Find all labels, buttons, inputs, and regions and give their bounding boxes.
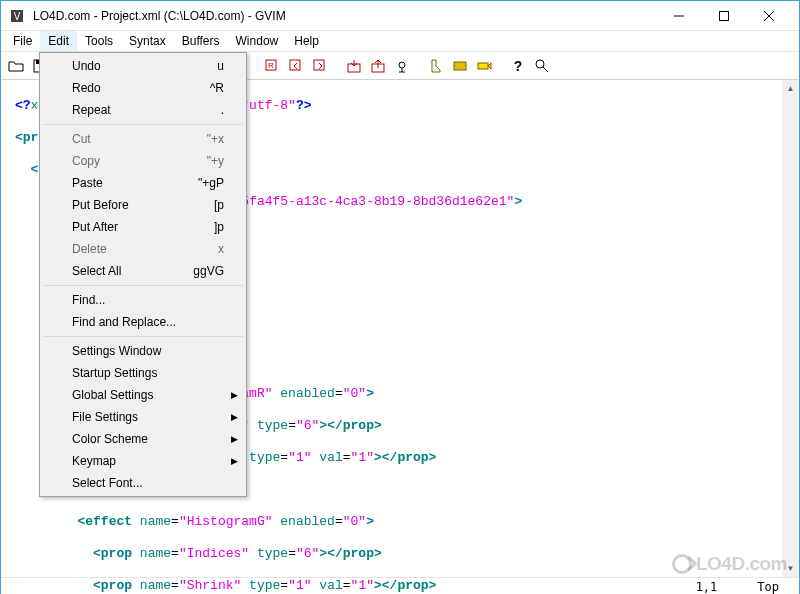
menu-item-shortcut: "+x — [207, 132, 224, 146]
menu-item-startup-settings[interactable]: Startup Settings — [42, 362, 244, 384]
vertical-scrollbar[interactable]: ▲ ▼ — [782, 80, 799, 577]
svg-rect-3 — [719, 11, 728, 20]
help-icon[interactable]: ? — [507, 55, 529, 77]
menu-item-label: File Settings — [72, 410, 224, 424]
menu-item-shortcut: u — [217, 59, 224, 73]
findnext-icon[interactable] — [285, 55, 307, 77]
menu-item-label: Copy — [72, 154, 207, 168]
svg-rect-26 — [478, 63, 488, 69]
menu-item-select-font[interactable]: Select Font... — [42, 472, 244, 494]
menu-item-put-after[interactable]: Put After]p — [42, 216, 244, 238]
svg-point-28 — [536, 60, 544, 68]
menu-syntax[interactable]: Syntax — [121, 31, 174, 51]
menu-item-label: Find... — [72, 293, 224, 307]
menu-item-label: Cut — [72, 132, 207, 146]
svg-text:R: R — [268, 61, 274, 70]
menu-item-delete: Deletex — [42, 238, 244, 260]
gutter — [1, 80, 15, 577]
menu-item-label: Delete — [72, 242, 218, 256]
menubar: File Edit Tools Syntax Buffers Window He… — [1, 31, 799, 52]
menu-item-label: Select Font... — [72, 476, 224, 490]
menu-item-repeat[interactable]: Repeat. — [42, 99, 244, 121]
menu-item-shortcut: [p — [214, 198, 224, 212]
menu-item-global-settings[interactable]: Global Settings▶ — [42, 384, 244, 406]
menu-window[interactable]: Window — [228, 31, 287, 51]
menu-item-label: Settings Window — [72, 344, 224, 358]
menu-item-find-and-replace[interactable]: Find and Replace... — [42, 311, 244, 333]
app-icon: V — [9, 8, 25, 24]
maximize-button[interactable] — [701, 1, 746, 31]
menu-item-label: Keymap — [72, 454, 224, 468]
menu-item-shortcut: ^R — [210, 81, 224, 95]
menu-file[interactable]: File — [5, 31, 40, 51]
menu-item-put-before[interactable]: Put Before[p — [42, 194, 244, 216]
edit-dropdown: UndouRedo^RRepeat.Cut"+xCopy"+yPaste"+gP… — [39, 52, 247, 497]
menu-separator — [43, 124, 243, 125]
menu-help[interactable]: Help — [286, 31, 327, 51]
svg-rect-25 — [454, 62, 466, 70]
savesession-icon[interactable] — [367, 55, 389, 77]
scroll-track[interactable] — [782, 97, 799, 560]
titlebar: V LO4D.com - Project.xml (C:\LO4D.com) -… — [1, 1, 799, 31]
svg-point-24 — [399, 62, 405, 68]
menu-item-label: Undo — [72, 59, 217, 73]
menu-item-file-settings[interactable]: File Settings▶ — [42, 406, 244, 428]
menu-item-label: Global Settings — [72, 388, 224, 402]
close-button[interactable] — [746, 1, 791, 31]
minimize-button[interactable] — [656, 1, 701, 31]
menu-item-label: Paste — [72, 176, 198, 190]
menu-edit[interactable]: Edit — [40, 31, 77, 51]
submenu-arrow-icon: ▶ — [231, 456, 238, 466]
menu-item-select-all[interactable]: Select AllggVG — [42, 260, 244, 282]
menu-item-label: Select All — [72, 264, 193, 278]
shell-icon[interactable] — [449, 55, 471, 77]
ctags-icon[interactable] — [473, 55, 495, 77]
open-icon[interactable] — [5, 55, 27, 77]
menu-item-label: Redo — [72, 81, 210, 95]
svg-text:V: V — [14, 11, 21, 22]
menu-item-label: Put After — [72, 220, 214, 234]
submenu-arrow-icon: ▶ — [231, 390, 238, 400]
findhelp-icon[interactable] — [531, 55, 553, 77]
menu-item-copy: Copy"+y — [42, 150, 244, 172]
watermark-icon — [672, 554, 692, 574]
menu-separator — [43, 285, 243, 286]
menu-item-shortcut: x — [218, 242, 224, 256]
menu-item-color-scheme[interactable]: Color Scheme▶ — [42, 428, 244, 450]
submenu-arrow-icon: ▶ — [231, 434, 238, 444]
menu-item-label: Put Before — [72, 198, 214, 212]
menu-separator — [43, 336, 243, 337]
findprev-icon[interactable] — [309, 55, 331, 77]
menu-item-shortcut: "+gP — [198, 176, 224, 190]
menu-tools[interactable]: Tools — [77, 31, 121, 51]
submenu-arrow-icon: ▶ — [231, 412, 238, 422]
menu-item-cut: Cut"+x — [42, 128, 244, 150]
menu-item-label: Find and Replace... — [72, 315, 224, 329]
svg-text:?: ? — [514, 58, 523, 74]
menu-buffers[interactable]: Buffers — [174, 31, 228, 51]
runscript-icon[interactable] — [391, 55, 413, 77]
replace-icon[interactable]: R — [261, 55, 283, 77]
scroll-up-icon[interactable]: ▲ — [782, 80, 799, 97]
menu-item-shortcut: "+y — [207, 154, 224, 168]
menu-item-undo[interactable]: Undou — [42, 55, 244, 77]
menu-item-shortcut: ]p — [214, 220, 224, 234]
make-icon[interactable] — [425, 55, 447, 77]
watermark: LO4D.com — [672, 553, 787, 575]
menu-item-shortcut: ggVG — [193, 264, 224, 278]
menu-item-label: Startup Settings — [72, 366, 224, 380]
menu-item-label: Repeat — [72, 103, 221, 117]
menu-item-find[interactable]: Find... — [42, 289, 244, 311]
menu-item-paste[interactable]: Paste"+gP — [42, 172, 244, 194]
menu-item-label: Color Scheme — [72, 432, 224, 446]
menu-item-redo[interactable]: Redo^R — [42, 77, 244, 99]
menu-item-shortcut: . — [221, 103, 224, 117]
menu-item-keymap[interactable]: Keymap▶ — [42, 450, 244, 472]
menu-item-settings-window[interactable]: Settings Window — [42, 340, 244, 362]
window-title: LO4D.com - Project.xml (C:\LO4D.com) - G… — [33, 9, 656, 23]
loadsession-icon[interactable] — [343, 55, 365, 77]
